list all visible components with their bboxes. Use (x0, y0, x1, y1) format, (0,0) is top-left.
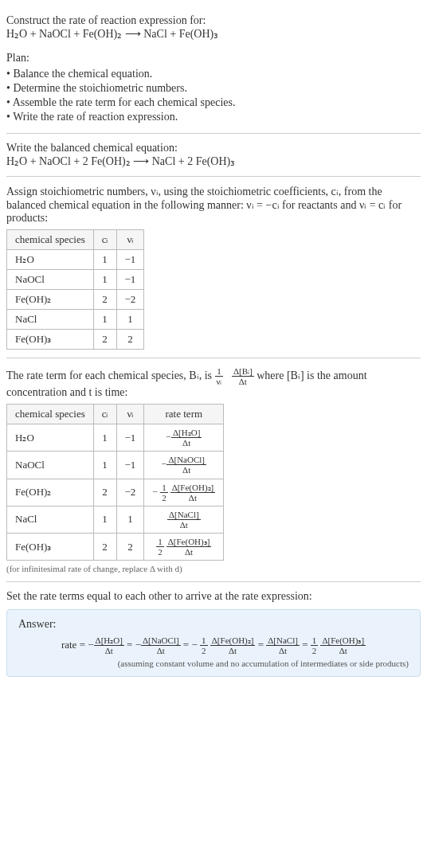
table-row: Fe(OH)₃22 (7, 330, 144, 350)
balanced-equation: H₂O + NaOCl + 2 Fe(OH)₂ ⟶ NaCl + 2 Fe(OH… (6, 154, 421, 168)
table-row: NaOCl1−1 (7, 270, 144, 290)
answer-label: Answer: (18, 618, 409, 631)
plan-label: Plan: (6, 52, 421, 65)
rate-cell-1: −Δ[NaOCl]Δt (144, 452, 224, 479)
col-species: chemical species (7, 405, 94, 424)
table-row: NaCl11Δ[NaCl]Δt (7, 506, 224, 533)
rate-cell-3: Δ[NaCl]Δt (144, 506, 224, 533)
rate-cell-2: − 12 Δ[Fe(OH)₂]Δt (144, 479, 224, 506)
balanced-section: Write the balanced chemical equation: H₂… (6, 134, 421, 177)
plan-item: • Determine the stoichiometric numbers. (6, 82, 421, 95)
table-row: H₂O1−1−Δ[H₂O]Δt (7, 424, 224, 452)
table-row: Fe(OH)₂2−2 (7, 290, 144, 310)
plan-list: • Balance the chemical equation. • Deter… (6, 68, 421, 123)
rateterm-section: The rate term for each chemical species,… (6, 358, 421, 582)
table-row: Fe(OH)₂2−2− 12 Δ[Fe(OH)₂]Δt (7, 479, 224, 506)
table-row: NaCl11 (7, 310, 144, 330)
plan-item: • Balance the chemical equation. (6, 68, 421, 80)
plan-item: • Write the rate of reaction expression. (6, 111, 421, 123)
rate-cell-0: −Δ[H₂O]Δt (144, 424, 224, 452)
one-over-nu: 1νᵢ (215, 366, 224, 386)
rateterm-text: The rate term for each chemical species,… (6, 366, 421, 399)
final-title: Set the rate terms equal to each other t… (6, 590, 421, 603)
stoich-table: chemical species cᵢ νᵢ H₂O1−1 NaOCl1−1 F… (6, 229, 144, 350)
stoich-text: Assign stoichiometric numbers, νᵢ, using… (6, 185, 421, 225)
rate-expression: rate = −Δ[H₂O]Δt = −Δ[NaOCl]Δt = − 12 Δ[… (18, 635, 409, 655)
answer-box: Answer: rate = −Δ[H₂O]Δt = −Δ[NaOCl]Δt =… (6, 609, 421, 677)
assumption-note: (assuming constant volume and no accumul… (18, 659, 409, 668)
table-row: Fe(OH)₃22 12 Δ[Fe(OH)₃]Δt (7, 533, 224, 560)
plan-item: • Assemble the rate term for each chemic… (6, 96, 421, 109)
intro-title: Construct the rate of reaction expressio… (6, 14, 421, 27)
col-ci: cᵢ (93, 405, 116, 424)
col-vi: νᵢ (116, 405, 144, 424)
col-rate: rate term (144, 405, 224, 424)
col-vi: νᵢ (116, 230, 144, 250)
table-row: H₂O1−1 (7, 250, 144, 270)
infinitesimal-note: (for infinitesimal rate of change, repla… (6, 564, 421, 573)
balanced-title: Write the balanced chemical equation: (6, 142, 421, 154)
rateterm-table: chemical species cᵢ νᵢ rate term H₂O1−1−… (6, 404, 224, 561)
col-species: chemical species (7, 230, 94, 250)
col-ci: cᵢ (93, 230, 116, 250)
rate-cell-4: 12 Δ[Fe(OH)₃]Δt (144, 533, 224, 560)
table-row: NaOCl1−1−Δ[NaOCl]Δt (7, 452, 224, 479)
final-section: Set the rate terms equal to each other t… (6, 582, 421, 685)
stoich-section: Assign stoichiometric numbers, νᵢ, using… (6, 177, 421, 358)
intro-equation: H₂O + NaOCl + Fe(OH)₂ ⟶ NaCl + Fe(OH)₃ (6, 27, 421, 41)
dBi-over-dt: Δ[Bᵢ]Δt (232, 366, 254, 386)
intro-section: Construct the rate of reaction expressio… (6, 6, 421, 134)
